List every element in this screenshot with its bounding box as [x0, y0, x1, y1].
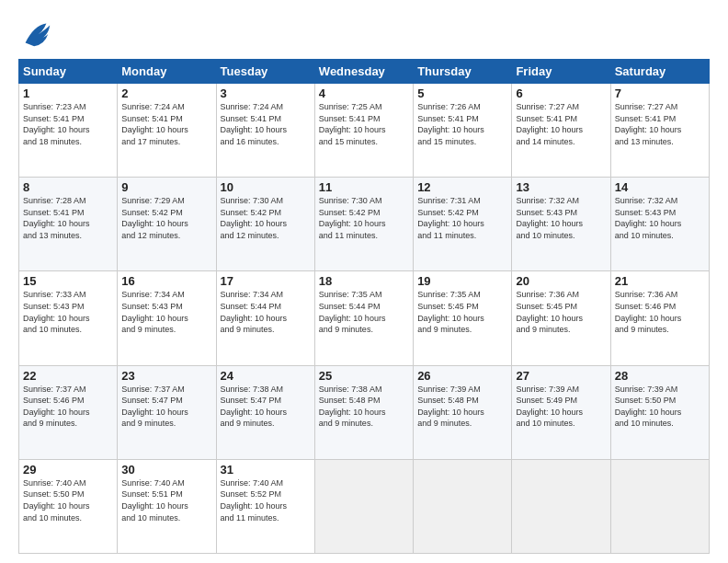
- day-cell: 22Sunrise: 7:37 AM Sunset: 5:46 PM Dayli…: [19, 365, 118, 459]
- day-number: 23: [121, 369, 211, 383]
- day-cell: 17Sunrise: 7:34 AM Sunset: 5:44 PM Dayli…: [216, 271, 314, 365]
- day-number: 29: [23, 463, 113, 477]
- day-cell: 4Sunrise: 7:25 AM Sunset: 5:41 PM Daylig…: [314, 84, 413, 178]
- day-number: 3: [221, 86, 311, 100]
- day-cell: 13Sunrise: 7:32 AM Sunset: 5:43 PM Dayli…: [512, 178, 610, 271]
- day-number: 17: [221, 274, 311, 288]
- header: [18, 17, 710, 52]
- day-info: Sunrise: 7:33 AM Sunset: 5:43 PM Dayligh…: [23, 289, 113, 335]
- logo: [18, 17, 57, 52]
- day-cell: 24Sunrise: 7:38 AM Sunset: 5:47 PM Dayli…: [216, 365, 314, 459]
- page: SundayMondayTuesdayWednesdayThursdayFrid…: [0, 0, 728, 563]
- day-cell: 14Sunrise: 7:32 AM Sunset: 5:43 PM Dayli…: [610, 178, 709, 271]
- day-cell: 30Sunrise: 7:40 AM Sunset: 5:51 PM Dayli…: [118, 459, 216, 553]
- day-info: Sunrise: 7:32 AM Sunset: 5:43 PM Dayligh…: [516, 195, 606, 241]
- day-info: Sunrise: 7:27 AM Sunset: 5:41 PM Dayligh…: [615, 101, 705, 147]
- day-info: Sunrise: 7:40 AM Sunset: 5:52 PM Dayligh…: [221, 477, 311, 523]
- day-info: Sunrise: 7:39 AM Sunset: 5:48 PM Dayligh…: [417, 384, 507, 430]
- day-number: 10: [221, 180, 311, 194]
- day-cell: 6Sunrise: 7:27 AM Sunset: 5:41 PM Daylig…: [512, 84, 610, 178]
- day-number: 1: [23, 86, 113, 100]
- day-number: 20: [516, 274, 606, 288]
- day-number: 22: [23, 369, 113, 383]
- day-number: 4: [319, 86, 409, 100]
- day-info: Sunrise: 7:40 AM Sunset: 5:51 PM Dayligh…: [121, 477, 211, 523]
- day-number: 15: [23, 274, 113, 288]
- day-number: 21: [615, 274, 705, 288]
- weekday-header-row: SundayMondayTuesdayWednesdayThursdayFrid…: [19, 60, 710, 84]
- day-info: Sunrise: 7:38 AM Sunset: 5:47 PM Dayligh…: [221, 384, 311, 430]
- weekday-header-thursday: Thursday: [414, 60, 512, 84]
- day-number: 24: [221, 369, 311, 383]
- day-cell: [414, 459, 512, 553]
- day-cell: 25Sunrise: 7:38 AM Sunset: 5:48 PM Dayli…: [314, 365, 413, 459]
- day-info: Sunrise: 7:35 AM Sunset: 5:45 PM Dayligh…: [417, 289, 507, 335]
- day-number: 9: [121, 180, 211, 194]
- day-info: Sunrise: 7:25 AM Sunset: 5:41 PM Dayligh…: [319, 101, 409, 147]
- day-cell: [512, 459, 610, 553]
- day-number: 31: [221, 463, 311, 477]
- day-number: 26: [417, 369, 507, 383]
- day-number: 19: [417, 274, 507, 288]
- day-cell: 29Sunrise: 7:40 AM Sunset: 5:50 PM Dayli…: [19, 459, 118, 553]
- week-row-3: 15Sunrise: 7:33 AM Sunset: 5:43 PM Dayli…: [19, 271, 710, 365]
- day-number: 18: [319, 274, 409, 288]
- day-number: 16: [121, 274, 211, 288]
- week-row-5: 29Sunrise: 7:40 AM Sunset: 5:50 PM Dayli…: [19, 459, 710, 553]
- weekday-header-friday: Friday: [512, 60, 610, 84]
- day-info: Sunrise: 7:24 AM Sunset: 5:41 PM Dayligh…: [121, 101, 211, 147]
- day-cell: 26Sunrise: 7:39 AM Sunset: 5:48 PM Dayli…: [414, 365, 512, 459]
- day-cell: 8Sunrise: 7:28 AM Sunset: 5:41 PM Daylig…: [19, 178, 118, 271]
- day-cell: 10Sunrise: 7:30 AM Sunset: 5:42 PM Dayli…: [216, 178, 314, 271]
- day-info: Sunrise: 7:36 AM Sunset: 5:46 PM Dayligh…: [615, 289, 705, 335]
- day-cell: 12Sunrise: 7:31 AM Sunset: 5:42 PM Dayli…: [414, 178, 512, 271]
- weekday-header-monday: Monday: [118, 60, 216, 84]
- day-cell: 20Sunrise: 7:36 AM Sunset: 5:45 PM Dayli…: [512, 271, 610, 365]
- weekday-header-tuesday: Tuesday: [216, 60, 314, 84]
- day-cell: 1Sunrise: 7:23 AM Sunset: 5:41 PM Daylig…: [19, 84, 118, 178]
- day-info: Sunrise: 7:28 AM Sunset: 5:41 PM Dayligh…: [23, 195, 113, 241]
- day-number: 8: [23, 180, 113, 194]
- day-info: Sunrise: 7:27 AM Sunset: 5:41 PM Dayligh…: [516, 101, 606, 147]
- day-number: 7: [615, 86, 705, 100]
- day-info: Sunrise: 7:35 AM Sunset: 5:44 PM Dayligh…: [319, 289, 409, 335]
- calendar-table: SundayMondayTuesdayWednesdayThursdayFrid…: [18, 59, 710, 554]
- day-number: 30: [121, 463, 211, 477]
- weekday-header-wednesday: Wednesday: [314, 60, 413, 84]
- day-number: 28: [615, 369, 705, 383]
- day-cell: 5Sunrise: 7:26 AM Sunset: 5:41 PM Daylig…: [414, 84, 512, 178]
- day-cell: 7Sunrise: 7:27 AM Sunset: 5:41 PM Daylig…: [610, 84, 709, 178]
- day-info: Sunrise: 7:39 AM Sunset: 5:50 PM Dayligh…: [615, 384, 705, 430]
- day-cell: 31Sunrise: 7:40 AM Sunset: 5:52 PM Dayli…: [216, 459, 314, 553]
- day-number: 25: [319, 369, 409, 383]
- day-info: Sunrise: 7:39 AM Sunset: 5:49 PM Dayligh…: [516, 384, 606, 430]
- day-cell: 15Sunrise: 7:33 AM Sunset: 5:43 PM Dayli…: [19, 271, 118, 365]
- day-cell: 16Sunrise: 7:34 AM Sunset: 5:43 PM Dayli…: [118, 271, 216, 365]
- day-info: Sunrise: 7:30 AM Sunset: 5:42 PM Dayligh…: [221, 195, 311, 241]
- day-info: Sunrise: 7:32 AM Sunset: 5:43 PM Dayligh…: [615, 195, 705, 241]
- day-info: Sunrise: 7:30 AM Sunset: 5:42 PM Dayligh…: [319, 195, 409, 241]
- day-info: Sunrise: 7:36 AM Sunset: 5:45 PM Dayligh…: [516, 289, 606, 335]
- day-cell: [610, 459, 709, 553]
- day-info: Sunrise: 7:31 AM Sunset: 5:42 PM Dayligh…: [417, 195, 507, 241]
- day-cell: 2Sunrise: 7:24 AM Sunset: 5:41 PM Daylig…: [118, 84, 216, 178]
- day-cell: 18Sunrise: 7:35 AM Sunset: 5:44 PM Dayli…: [314, 271, 413, 365]
- day-cell: 11Sunrise: 7:30 AM Sunset: 5:42 PM Dayli…: [314, 178, 413, 271]
- day-info: Sunrise: 7:38 AM Sunset: 5:48 PM Dayligh…: [319, 384, 409, 430]
- weekday-header-sunday: Sunday: [19, 60, 118, 84]
- day-info: Sunrise: 7:24 AM Sunset: 5:41 PM Dayligh…: [221, 101, 311, 147]
- week-row-4: 22Sunrise: 7:37 AM Sunset: 5:46 PM Dayli…: [19, 365, 710, 459]
- day-cell: 3Sunrise: 7:24 AM Sunset: 5:41 PM Daylig…: [216, 84, 314, 178]
- day-number: 5: [417, 86, 507, 100]
- day-info: Sunrise: 7:34 AM Sunset: 5:43 PM Dayligh…: [121, 289, 211, 335]
- day-number: 27: [516, 369, 606, 383]
- day-info: Sunrise: 7:37 AM Sunset: 5:46 PM Dayligh…: [23, 384, 113, 430]
- weekday-header-saturday: Saturday: [610, 60, 709, 84]
- day-info: Sunrise: 7:26 AM Sunset: 5:41 PM Dayligh…: [417, 101, 507, 147]
- day-cell: 23Sunrise: 7:37 AM Sunset: 5:47 PM Dayli…: [118, 365, 216, 459]
- day-cell: 28Sunrise: 7:39 AM Sunset: 5:50 PM Dayli…: [610, 365, 709, 459]
- day-info: Sunrise: 7:23 AM Sunset: 5:41 PM Dayligh…: [23, 101, 113, 147]
- day-number: 14: [615, 180, 705, 194]
- day-number: 12: [417, 180, 507, 194]
- day-cell: 9Sunrise: 7:29 AM Sunset: 5:42 PM Daylig…: [118, 178, 216, 271]
